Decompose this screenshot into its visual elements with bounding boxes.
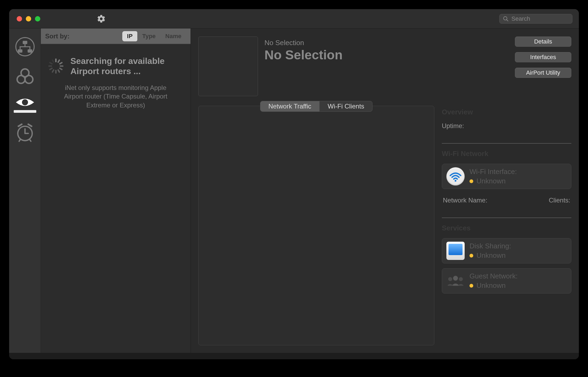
rail-bonjour-button[interactable]: [14, 66, 36, 88]
wifi-icon: [446, 167, 465, 186]
close-window-button[interactable]: [17, 16, 22, 21]
gear-icon: [97, 14, 106, 23]
spinner-icon: [47, 57, 64, 75]
rail-airport-button[interactable]: [14, 96, 36, 113]
svg-rect-13: [55, 59, 56, 62]
details-button[interactable]: Details: [515, 37, 571, 47]
svg-rect-16: [60, 65, 63, 67]
guest-network-status: Unknown: [476, 281, 505, 290]
wifi-interface-card[interactable]: Wi-Fi Interface: Unknown: [442, 164, 571, 189]
disk-sharing-label: Disk Sharing:: [469, 242, 511, 250]
search-input[interactable]: [511, 15, 579, 22]
tab-network-traffic[interactable]: Network Traffic: [260, 101, 320, 111]
section-services-heading: Services: [442, 224, 571, 232]
fullscreen-window-button[interactable]: [35, 16, 40, 21]
section-network-heading: Wi-Fi Network: [442, 150, 571, 158]
device-bar-icon: [14, 110, 36, 113]
wifi-interface-status: Unknown: [476, 177, 505, 185]
svg-point-28: [448, 277, 452, 281]
window-controls: [17, 16, 40, 21]
svg-line-1: [507, 20, 508, 21]
sort-header: Sort by: IP Type Name: [41, 28, 191, 44]
network-topology-icon: [15, 36, 35, 57]
rail-network-button[interactable]: [14, 36, 36, 57]
bonjour-icon: [15, 66, 35, 87]
sort-name-button[interactable]: Name: [160, 31, 186, 41]
settings-button[interactable]: [97, 14, 106, 23]
svg-point-8: [25, 75, 33, 83]
svg-rect-18: [57, 69, 60, 73]
device-list-column: Sort by: IP Type Name: [41, 28, 191, 353]
svg-rect-4: [18, 49, 22, 53]
section-overview-heading: Overview: [442, 108, 571, 116]
search-field[interactable]: [499, 14, 572, 24]
selection-subtitle: No Selection: [264, 39, 508, 47]
interfaces-button[interactable]: Interfaces: [515, 52, 571, 62]
svg-rect-24: [52, 59, 55, 63]
traffic-tabbar: Network Traffic Wi-Fi Clients: [260, 101, 373, 112]
svg-rect-23: [49, 62, 53, 65]
device-preview-box: [198, 37, 258, 96]
sort-ip-button[interactable]: IP: [122, 31, 138, 41]
svg-rect-5: [27, 49, 32, 53]
network-name-label: Network Name:: [443, 197, 487, 204]
footer-strip: [9, 353, 579, 359]
svg-rect-15: [59, 62, 63, 65]
search-icon: [503, 16, 509, 22]
searching-panel: Searching for available Airport routers …: [41, 44, 191, 110]
svg-point-29: [459, 277, 463, 281]
svg-rect-17: [59, 67, 63, 70]
airport-utility-button[interactable]: AirPort Utility: [515, 68, 571, 78]
svg-rect-20: [52, 69, 55, 73]
rail-wake-button[interactable]: [14, 121, 36, 143]
info-column: Overview Uptime: Wi-Fi Network: [442, 106, 571, 345]
disk-icon: [446, 242, 465, 260]
svg-point-25: [455, 180, 457, 182]
svg-point-27: [453, 276, 458, 281]
sort-segmented-control: IP Type Name: [122, 31, 186, 41]
svg-rect-19: [55, 70, 56, 74]
guest-network-label: Guest Network:: [469, 272, 518, 280]
svg-point-9: [22, 99, 28, 106]
searching-title: Searching for available Airport routers …: [70, 56, 184, 77]
svg-rect-22: [48, 65, 52, 67]
svg-rect-3: [23, 41, 27, 44]
divider: [442, 218, 571, 218]
disk-sharing-status: Unknown: [476, 251, 505, 260]
sort-by-label: Sort by:: [45, 32, 70, 40]
minimize-window-button[interactable]: [26, 16, 31, 21]
searching-subtitle: iNet only supports monitoring Apple Airp…: [47, 84, 184, 110]
svg-rect-21: [49, 67, 53, 70]
alarm-clock-icon: [15, 122, 35, 143]
status-dot-icon: [469, 179, 473, 183]
clients-label: Clients:: [549, 197, 570, 204]
app-window: Sort by: IP Type Name: [9, 9, 579, 359]
sort-type-button[interactable]: Type: [137, 31, 160, 41]
uptime-label: Uptime:: [442, 122, 464, 129]
status-dot-icon: [469, 254, 473, 258]
divider: [442, 143, 571, 144]
detail-column: No Selection No Selection Details Interf…: [191, 28, 579, 353]
guest-network-card[interactable]: Guest Network: Unknown: [442, 268, 571, 293]
svg-point-26: [455, 252, 456, 253]
svg-point-7: [17, 75, 25, 83]
people-icon: [446, 272, 465, 290]
wifi-interface-label: Wi-Fi Interface:: [469, 168, 517, 176]
traffic-panel: Network Traffic Wi-Fi Clients: [198, 106, 434, 345]
titlebar: [9, 9, 579, 28]
status-dot-icon: [469, 284, 473, 288]
tab-wifi-clients[interactable]: Wi-Fi Clients: [319, 101, 372, 111]
svg-rect-14: [57, 59, 60, 63]
eye-icon: [15, 96, 35, 108]
disk-sharing-card[interactable]: Disk Sharing: Unknown: [442, 238, 571, 263]
sidebar-rail: [9, 28, 41, 353]
selection-title: No Selection: [264, 48, 508, 62]
